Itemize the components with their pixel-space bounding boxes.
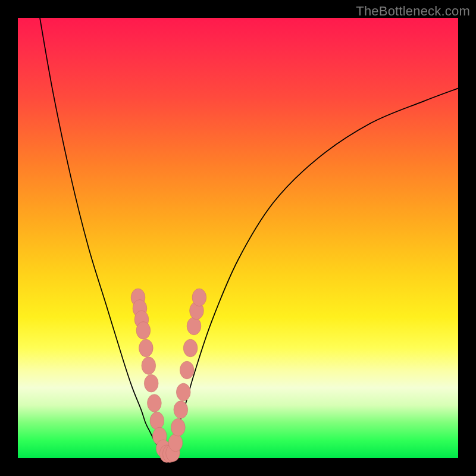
data-bead: [180, 361, 194, 379]
stage: TheBottleneck.com: [0, 0, 476, 476]
data-bead: [136, 322, 151, 340]
data-bead: [174, 401, 188, 419]
plot-area: [18, 18, 458, 458]
chart-svg: [18, 18, 458, 458]
data-bead: [148, 394, 162, 412]
data-bead: [168, 434, 183, 452]
data-bead: [171, 418, 186, 436]
data-bead: [139, 339, 154, 357]
right-curve: [168, 88, 458, 453]
data-bead: [144, 374, 158, 392]
data-bead: [183, 339, 198, 357]
left-curve: [40, 18, 163, 453]
bead-group: [131, 289, 206, 462]
data-bead: [187, 317, 201, 335]
watermark-text: TheBottleneck.com: [356, 4, 470, 19]
data-bead: [192, 289, 206, 306]
data-bead: [176, 383, 190, 401]
data-bead: [150, 412, 164, 430]
data-bead: [142, 357, 156, 375]
